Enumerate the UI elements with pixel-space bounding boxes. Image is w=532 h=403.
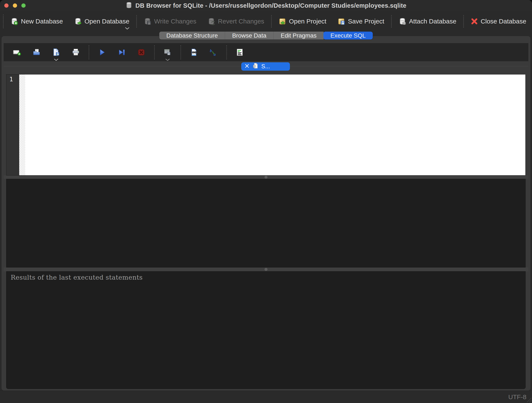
close-window-button[interactable] — [4, 3, 9, 8]
save-sql-file-icon — [52, 48, 60, 57]
open-project-button[interactable]: Open Project — [273, 11, 332, 31]
stop-icon — [137, 48, 146, 57]
database-close-icon — [471, 18, 478, 25]
sql-toolbar-separator — [154, 45, 155, 59]
sql-toolbar-separator — [180, 45, 181, 59]
database-write-icon — [144, 18, 151, 25]
view-tab-bar: Database Structure Browse Data Edit Prag… — [0, 31, 532, 39]
new-query-tab-button[interactable] — [7, 43, 27, 61]
tab-execute-sql[interactable]: Execute SQL — [323, 31, 373, 39]
write-changes-button: Write Changes — [138, 11, 202, 31]
new-query-tab-icon — [13, 48, 21, 57]
toolbar-item-label: Revert Changes — [218, 18, 264, 25]
execute-current-line-button[interactable] — [112, 43, 132, 61]
toolbar-drag-handle[interactable] — [3, 14, 4, 28]
zoom-window-button[interactable] — [21, 3, 26, 8]
revert-changes-button: Revert Changes — [202, 11, 270, 31]
toolbar-separator — [391, 15, 392, 28]
chevron-down-icon[interactable] — [54, 58, 59, 61]
open-sql-file-icon — [32, 48, 41, 57]
database-attach-icon — [399, 18, 406, 25]
execute-all-button[interactable] — [92, 43, 112, 61]
project-save-icon — [337, 18, 345, 25]
print-icon — [71, 48, 80, 57]
format-sql-icon: b a — [209, 48, 218, 57]
chevron-down-icon[interactable] — [125, 24, 130, 31]
tab-database-structure[interactable]: Database Structure — [159, 31, 225, 39]
status-bar: UTF-8 — [0, 391, 532, 403]
stop-button — [132, 43, 151, 61]
line-number: 1 — [9, 76, 13, 83]
execute-sql-panel: b a — [2, 36, 530, 390]
toolbar-item-label: Close Database — [481, 18, 526, 25]
find-button[interactable] — [184, 43, 204, 61]
database-open-icon — [74, 18, 82, 25]
attach-database-button[interactable]: Attach Database — [393, 11, 462, 31]
database-stack-icon — [126, 2, 132, 9]
results-grid-pane — [6, 179, 526, 267]
sql-query-tab[interactable]: S... — [241, 62, 290, 71]
format-sql-button[interactable]: b a — [204, 43, 223, 61]
open-database-button[interactable]: Open Database — [69, 11, 135, 31]
splitter-handle-icon — [265, 176, 267, 179]
sql-tab-label: S... — [261, 63, 270, 70]
toolbar-item-label: Attach Database — [409, 18, 456, 25]
window-title: DB Browser for SQLite - /Users/russellgo… — [135, 2, 406, 9]
app-window: DB Browser for SQLite - /Users/russellgo… — [0, 0, 532, 403]
toolbar-separator — [136, 15, 137, 28]
print-button[interactable] — [66, 43, 86, 61]
database-new-icon — [10, 18, 18, 25]
tab-browse-data[interactable]: Browse Data — [225, 31, 273, 39]
sql-toolbar-separator — [89, 45, 89, 59]
query-log-button[interactable] — [230, 43, 250, 61]
toolbar-item-label: New Database — [21, 18, 63, 25]
fold-margin — [19, 75, 25, 175]
chevron-down-icon — [165, 58, 170, 61]
main-toolbar: New Database Open Database — [0, 11, 532, 31]
project-open-icon — [279, 18, 286, 25]
toolbar-separator — [271, 15, 272, 28]
toolbar-item-label: Open Database — [85, 18, 129, 25]
save-results-icon — [163, 48, 172, 57]
close-icon[interactable] — [245, 63, 249, 70]
sql-document-icon — [253, 63, 258, 70]
close-database-button[interactable]: Close Database — [465, 11, 532, 31]
toolbar-item-label: Save Project — [348, 18, 384, 25]
sql-toolbar-separator — [226, 45, 227, 59]
save-project-button[interactable]: Save Project — [332, 11, 390, 31]
sql-toolbar: b a — [4, 43, 528, 61]
svg-text:a: a — [214, 52, 216, 56]
pane-splitter[interactable] — [4, 267, 528, 271]
sql-editor-frame: 1 — [6, 74, 526, 176]
save-results-button — [158, 43, 177, 61]
pane-splitter[interactable] — [4, 176, 528, 179]
toolbar-item-label: Write Changes — [154, 18, 196, 25]
save-sql-file-button[interactable] — [46, 43, 66, 61]
traffic-lights — [4, 0, 26, 11]
toolbar-item-label: Open Project — [289, 18, 326, 25]
encoding-label: UTF-8 — [508, 393, 526, 401]
execution-log-pane: Results of the last executed statements — [6, 271, 526, 389]
titlebar: DB Browser for SQLite - /Users/russellgo… — [0, 0, 532, 11]
svg-text:b: b — [210, 48, 212, 53]
execute-current-line-icon — [117, 48, 126, 57]
query-log-icon — [235, 48, 244, 57]
minimize-window-button[interactable] — [13, 3, 17, 8]
toolbar-separator — [463, 15, 464, 28]
sql-editor-input[interactable] — [25, 75, 525, 175]
find-icon — [190, 48, 198, 57]
database-revert-icon — [208, 18, 215, 25]
tab-edit-pragmas[interactable]: Edit Pragmas — [273, 31, 324, 39]
log-placeholder: Results of the last executed statements — [11, 274, 143, 281]
open-sql-file-button[interactable] — [27, 43, 46, 61]
execute-all-icon — [98, 48, 106, 57]
splitter-handle-icon — [265, 268, 267, 271]
line-number-gutter: 1 — [6, 75, 19, 175]
new-database-button[interactable]: New Database — [5, 11, 69, 31]
